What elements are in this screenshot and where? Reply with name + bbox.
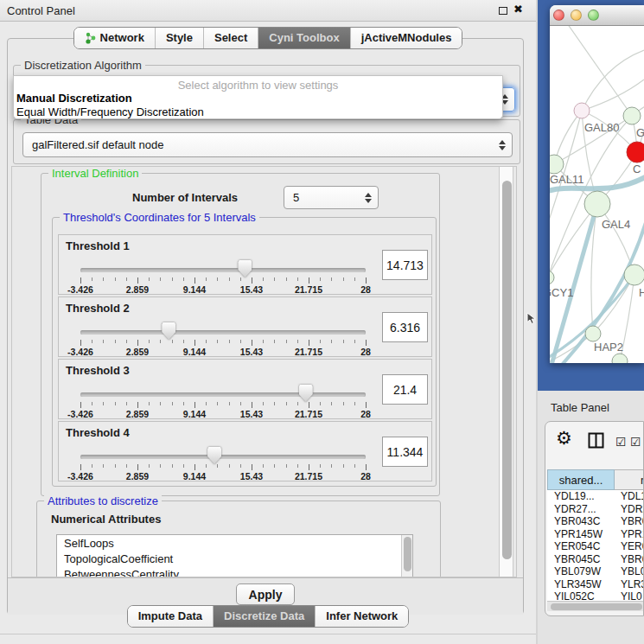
attributes-group: Attributes to discretize Numerical Attri… — [36, 501, 441, 577]
apply-button[interactable]: Apply — [236, 583, 296, 605]
slider-tick — [240, 340, 241, 343]
main-vertical-scrollbar[interactable] — [499, 167, 513, 577]
slider-thumb[interactable] — [162, 322, 175, 340]
algorithm-placeholder-option[interactable]: Select algorithm to view settings — [14, 76, 502, 91]
slider-tick — [160, 277, 161, 281]
algorithm-option-2[interactable]: Equal Width/Frequency Discretization — [14, 105, 502, 118]
attributes-scrollbar[interactable] — [401, 535, 412, 577]
slider-tick — [149, 277, 150, 281]
slider-thumb[interactable] — [207, 447, 221, 464]
network-window-titlebar[interactable] — [550, 5, 644, 26]
minimize-traffic-light[interactable] — [571, 10, 582, 21]
slider-tick — [115, 402, 116, 405]
table-row[interactable]: YBL079WYBL0 — [547, 565, 644, 578]
network-node-pink[interactable] — [574, 103, 590, 118]
network-node-green[interactable] — [623, 107, 641, 124]
tab-infer-network[interactable]: Infer Network — [315, 606, 408, 627]
attributes-scrollbar-thumb[interactable] — [404, 537, 411, 571]
slider-tick — [286, 402, 287, 405]
attribute-item[interactable]: TopologicalCoefficient — [57, 551, 412, 566]
attributes-group-title: Attributes to discretize — [44, 494, 162, 507]
close-icon[interactable]: ✖ — [513, 3, 523, 16]
tab-network[interactable]: Network — [74, 28, 155, 48]
table-data-combo[interactable]: galFiltered.sif default node — [22, 132, 513, 157]
table-row[interactable]: YPR145WYPR1 — [547, 528, 644, 541]
node-label: C — [633, 163, 641, 175]
slider-tick — [343, 402, 344, 405]
threshold-value-field[interactable]: 11.344 — [382, 437, 428, 467]
tab-select[interactable]: Select — [203, 28, 258, 48]
slider-tick-label: 2.859 — [126, 284, 149, 295]
table-row[interactable]: YLR345WYLR3 — [547, 578, 644, 591]
table-panel-region: Table Panel ⚙ ☑ ☑ shared...na YDL19...YD… — [538, 391, 644, 644]
threshold-value-field[interactable]: 14.713 — [382, 250, 428, 280]
slider-tick — [183, 464, 184, 468]
network-node-green[interactable] — [550, 271, 554, 284]
slider-tick — [240, 464, 241, 468]
float-window-icon[interactable] — [499, 7, 507, 15]
zoom-traffic-light[interactable] — [588, 10, 599, 21]
slider-track[interactable] — [80, 455, 366, 459]
network-node-green[interactable] — [612, 354, 628, 363]
slider-track[interactable] — [80, 392, 366, 397]
slider-tick-label: -3.426 — [67, 409, 93, 419]
slider-tick — [115, 277, 116, 281]
slider-tick — [149, 340, 150, 343]
threshold-value-field[interactable]: 21.4 — [382, 374, 428, 405]
network-edge[interactable] — [582, 80, 644, 111]
slider-track[interactable] — [80, 268, 366, 272]
network-edge[interactable] — [582, 50, 644, 111]
threshold-value-field[interactable]: 6.316 — [382, 312, 428, 342]
slider-tick-label: 2.859 — [126, 471, 149, 481]
table-row[interactable]: YDL19...YDL1 — [547, 490, 644, 503]
table-hscrollbar-thumb[interactable] — [551, 603, 642, 610]
main-scrollbar-thumb[interactable] — [502, 181, 512, 559]
table-row[interactable]: YBR043CYBR0 — [547, 515, 644, 528]
network-node-green[interactable] — [550, 155, 564, 174]
network-node-green[interactable] — [624, 265, 644, 285]
network-node-green[interactable] — [584, 191, 610, 217]
close-traffic-light[interactable] — [553, 10, 564, 21]
tab-cyni-toolbox[interactable]: Cyni Toolbox — [258, 28, 349, 48]
select-columns-icon[interactable]: ☑ — [615, 435, 627, 449]
split-columns-icon[interactable] — [588, 432, 604, 449]
settings-scrollpane: Interval Definition Number of Intervals … — [11, 166, 517, 577]
tab-impute-data[interactable]: Impute Data — [128, 606, 213, 627]
table-row[interactable]: YIL052CYIL0 — [547, 590, 644, 601]
slider-tick — [274, 277, 275, 281]
algorithm-option-1[interactable]: Manual Discretization — [14, 91, 502, 105]
table-row[interactable]: YDR27...YDR2 — [547, 503, 644, 516]
network-edge[interactable] — [565, 26, 632, 116]
gear-icon[interactable]: ⚙ — [556, 428, 572, 449]
attribute-item[interactable]: SelfLoops — [57, 535, 412, 551]
table-row[interactable]: YER054CYER0 — [547, 540, 644, 553]
slider-tick-label: 9.144 — [183, 409, 206, 419]
select-all-columns-icon[interactable]: ☑ — [630, 435, 641, 449]
table-horizontal-scrollbar[interactable] — [547, 601, 644, 611]
column-header-1[interactable]: shared... — [547, 469, 615, 490]
slider-tick — [103, 464, 104, 468]
threshold-panel-4: Threshold 4-3.4262.8599.14415.4321.71528… — [58, 421, 432, 481]
slider-thumb[interactable] — [299, 385, 313, 402]
slider-track[interactable] — [80, 330, 366, 335]
slider-tick — [263, 277, 264, 281]
network-canvas[interactable]: GAL80GACGAL11GAL4GCY1HHAP2 — [550, 26, 644, 363]
table-row[interactable]: YBR045CYBR0 — [547, 553, 644, 566]
slider-thumb[interactable] — [238, 260, 252, 277]
network-view-window[interactable]: GAL80GACGAL11GAL4GCY1HHAP2 — [550, 5, 644, 363]
number-of-intervals-combo[interactable]: 5 — [284, 186, 379, 209]
slider-tick — [366, 464, 367, 470]
slider-tick — [320, 402, 321, 405]
tab-discretize-data[interactable]: Discretize Data — [213, 606, 315, 627]
table-panel-container: ⚙ ☑ ☑ shared...na YDL19...YDL1YDR27...YD… — [545, 421, 644, 616]
tab-style[interactable]: Style — [155, 28, 203, 48]
network-node-green[interactable] — [585, 326, 601, 341]
column-header-2[interactable]: na — [615, 469, 644, 490]
network-graph: GAL80GACGAL11GAL4GCY1HHAP2 — [550, 26, 644, 363]
slider-tick — [331, 277, 332, 281]
numerical-attributes-list[interactable]: SelfLoopsTopologicalCoefficientBetweenne… — [56, 534, 413, 577]
attribute-item[interactable]: BetweennessCentrality — [57, 566, 412, 577]
tab-jactivemnodules[interactable]: jActiveMNodules — [350, 28, 462, 48]
network-node-red[interactable] — [627, 142, 644, 163]
slider-tick — [331, 340, 332, 343]
